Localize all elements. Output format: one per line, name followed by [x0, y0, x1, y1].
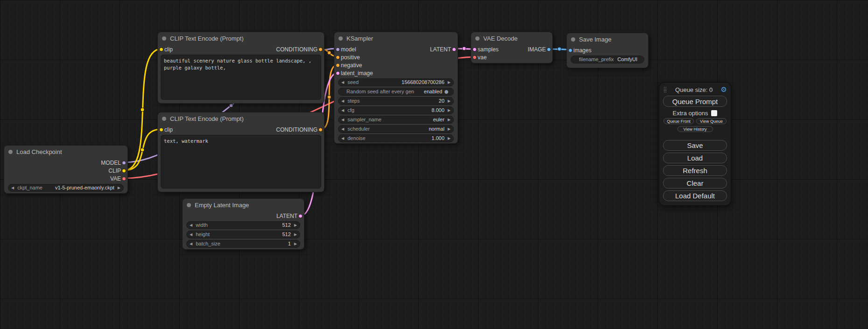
output-dot-latent[interactable] [452, 47, 456, 51]
increment-arrow-icon[interactable]: ▶ [294, 231, 297, 238]
node-clip-text-encode-negative[interactable]: CLIP Text Encode (Prompt) clip CONDITION… [157, 112, 325, 192]
drag-handle-icon[interactable]: ⣿ [663, 86, 667, 93]
input-dot-positive[interactable] [336, 55, 340, 59]
decrement-arrow-icon[interactable]: ◀ [341, 97, 344, 105]
widget-label: ckpt_name [17, 184, 42, 192]
collapse-toggle-icon[interactable] [162, 117, 166, 121]
node-empty-latent-image[interactable]: Empty Latent Image LATENT ◀ width 512 ▶ … [182, 198, 304, 250]
decrement-arrow-icon[interactable]: ◀ [11, 184, 14, 192]
widget-filename-prefix[interactable]: filename_prefix ComfyUI [571, 56, 644, 63]
node-header[interactable]: VAE Decode [471, 32, 552, 44]
widget-cfg[interactable]: ◀ cfg 8.000 ▶ [338, 106, 454, 114]
widget-steps[interactable]: ◀ steps 20 ▶ [338, 97, 454, 105]
node-header[interactable]: Save Image [567, 33, 648, 45]
input-dot-samples[interactable] [473, 47, 477, 51]
output-slot-vae: VAE [4, 175, 127, 182]
increment-arrow-icon[interactable]: ▶ [448, 106, 451, 114]
clear-button[interactable]: Clear [663, 178, 727, 189]
input-label-negative: negative [341, 62, 362, 69]
increment-arrow-icon[interactable]: ▶ [294, 240, 297, 248]
input-dot-vae[interactable] [473, 55, 477, 59]
widget-width[interactable]: ◀ width 512 ▶ [186, 221, 300, 229]
collapse-toggle-icon[interactable] [339, 36, 343, 41]
input-dot-images[interactable] [568, 48, 572, 52]
node-header[interactable]: CLIP Text Encode (Prompt) [158, 112, 324, 125]
increment-arrow-icon[interactable]: ▶ [448, 125, 451, 133]
output-dot-conditioning[interactable] [318, 127, 323, 132]
node-header[interactable]: CLIP Text Encode (Prompt) [158, 32, 324, 44]
node-save-image[interactable]: Save Image images filename_prefix ComfyU… [566, 33, 649, 68]
increment-arrow-icon[interactable]: ▶ [448, 134, 451, 142]
increment-arrow-icon[interactable]: ▶ [448, 97, 451, 105]
output-dot-model[interactable] [122, 161, 126, 165]
decrement-arrow-icon[interactable]: ◀ [341, 116, 344, 124]
input-dot-latent-image[interactable] [336, 71, 340, 75]
view-history-button[interactable]: View History [677, 126, 713, 132]
node-header[interactable]: Load Checkpoint [4, 146, 127, 158]
input-dot-negative[interactable] [336, 63, 340, 67]
decrement-arrow-icon[interactable]: ◀ [190, 231, 192, 238]
refresh-button[interactable]: Refresh [663, 165, 727, 176]
node-header[interactable]: Empty Latent Image [183, 199, 304, 211]
node-ksampler[interactable]: KSampler model LATENT positive negative … [334, 32, 458, 144]
output-dot-latent[interactable] [298, 214, 303, 218]
widget-label: Random seed after every gen [346, 88, 414, 96]
output-dot-vae[interactable] [122, 176, 126, 181]
widget-height[interactable]: ◀ height 512 ▶ [186, 231, 300, 238]
decrement-arrow-icon[interactable]: ◀ [190, 221, 192, 229]
output-dot-conditioning[interactable] [318, 47, 323, 51]
widget-ckpt-name[interactable]: ◀ ckpt_name v1-5-pruned-emaonly.ckpt ▶ [8, 184, 124, 192]
widget-value: 512 [282, 231, 290, 238]
queue-prompt-button[interactable]: Queue Prompt [663, 96, 727, 107]
output-dot-clip[interactable] [122, 168, 126, 173]
widget-value: euler [433, 116, 444, 124]
slot-row: clip CONDITIONING [158, 45, 324, 53]
positive-prompt-textarea[interactable]: beautiful scenery nature glass bottle la… [161, 55, 321, 100]
queue-buttons-row: Queue Front View Queue [663, 118, 727, 124]
widget-seed[interactable]: ◀ seed 156680208700286 ▶ [338, 78, 454, 86]
increment-arrow-icon[interactable]: ▶ [294, 221, 297, 229]
history-row: View History [663, 126, 727, 132]
widget-denoise[interactable]: ◀ denoise 1.000 ▶ [338, 134, 454, 142]
decrement-arrow-icon[interactable]: ◀ [341, 125, 344, 133]
increment-arrow-icon[interactable]: ▶ [448, 78, 451, 86]
seed-toggle-icon[interactable] [444, 90, 449, 94]
input-dot-clip[interactable] [159, 47, 163, 51]
increment-arrow-icon[interactable]: ▶ [118, 184, 120, 192]
negative-prompt-textarea[interactable]: text, watermark [161, 135, 321, 189]
collapse-toggle-icon[interactable] [187, 203, 191, 207]
widget-sampler-name[interactable]: ◀ sampler_name euler ▶ [338, 116, 454, 124]
link-midpoint-dot-model [229, 104, 233, 107]
input-dot-clip[interactable] [159, 127, 163, 132]
node-header[interactable]: KSampler [334, 32, 458, 44]
widget-scheduler[interactable]: ◀ scheduler normal ▶ [338, 125, 454, 133]
load-default-button[interactable]: Load Default [663, 190, 727, 201]
collapse-toggle-icon[interactable] [475, 36, 480, 41]
increment-arrow-icon[interactable]: ▶ [448, 116, 451, 124]
widget-batch-size[interactable]: ◀ batch_size 1 ▶ [186, 240, 300, 248]
input-dot-model[interactable] [336, 47, 340, 51]
collapse-toggle-icon[interactable] [162, 36, 166, 41]
collapse-toggle-icon[interactable] [571, 37, 575, 42]
decrement-arrow-icon[interactable]: ◀ [341, 134, 344, 142]
settings-gear-icon[interactable]: ⚙ [721, 85, 727, 94]
save-button[interactable]: Save [663, 140, 727, 151]
extra-options-checkbox[interactable] [711, 110, 717, 116]
node-title: Load Checkpoint [16, 148, 62, 155]
link-midpoint-dot-latent2 [462, 47, 466, 50]
widget-random-seed-toggle[interactable]: Random seed after every gen enabled [338, 88, 454, 96]
node-load-checkpoint[interactable]: Load Checkpoint MODEL CLIP VAE ◀ ckpt_na… [4, 145, 128, 194]
output-slot-model: MODEL [4, 159, 127, 167]
collapse-toggle-icon[interactable] [8, 150, 13, 154]
node-title: Empty Latent Image [195, 202, 249, 209]
queue-front-button[interactable]: Queue Front [663, 118, 694, 124]
decrement-arrow-icon[interactable]: ◀ [341, 78, 344, 86]
load-button[interactable]: Load [663, 153, 727, 163]
output-dot-image[interactable] [547, 47, 551, 51]
queue-menu-panel: ⣿ Queue size: 0 ⚙ Queue Prompt Extra opt… [659, 82, 731, 206]
node-clip-text-encode-positive[interactable]: CLIP Text Encode (Prompt) clip CONDITION… [157, 32, 325, 104]
view-queue-button[interactable]: View Queue [696, 118, 727, 124]
decrement-arrow-icon[interactable]: ◀ [190, 240, 192, 248]
node-vae-decode[interactable]: VAE Decode samples IMAGE vae [471, 32, 553, 63]
decrement-arrow-icon[interactable]: ◀ [341, 106, 344, 114]
